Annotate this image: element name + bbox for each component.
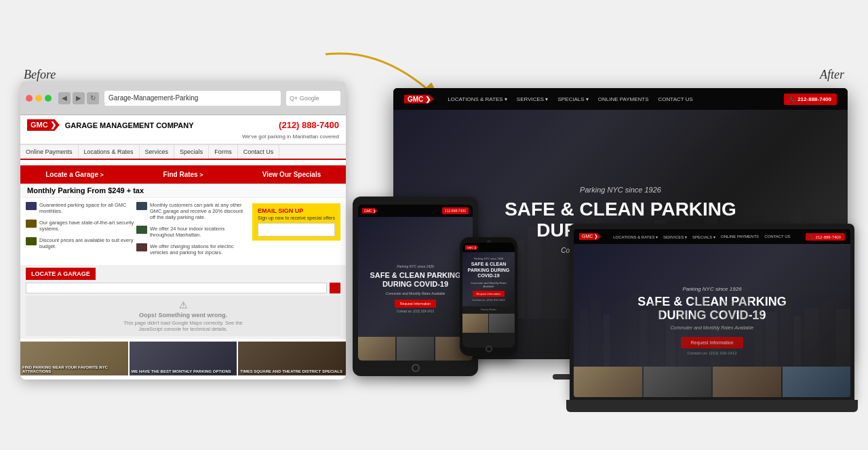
error-title: Oops! Something went wrong. — [139, 312, 227, 319]
phone-screen: GMC ❯ Parking NYC since 1926 SAFE & CLEA… — [462, 243, 515, 348]
laptop-base — [566, 400, 858, 412]
laptop-gmc-logo: GMC ❯ — [579, 233, 601, 240]
tablet-contact: Contact us: (212) 319-1412 — [397, 310, 434, 313]
find-rates-btn[interactable]: Find Rates — [129, 165, 237, 184]
ev-icon — [136, 243, 147, 251]
svg-rect-30 — [580, 309, 589, 370]
laptop-nav-pay: ONLINE PAYMENTS — [721, 234, 759, 239]
feature-text-4: Monthly customers can park at any other … — [150, 202, 247, 220]
nav-services[interactable]: SERVICES ▾ — [517, 96, 549, 102]
laptop-mockup: GMC ❯ LOCATIONS & RATES ▾ SERVICES ▾ SPE… — [570, 224, 854, 413]
laptop-skyline — [574, 289, 850, 370]
laptop-screen-frame: GMC ❯ LOCATIONS & RATES ▾ SERVICES ▾ SPE… — [570, 224, 854, 400]
svg-rect-40 — [711, 310, 720, 370]
old-features: Guaranteed parking space for all GMC mon… — [20, 198, 252, 265]
svg-rect-38 — [677, 308, 688, 370]
refresh-btn: ↻ — [87, 92, 99, 104]
feature-item-3: Discount prices are available to suit ev… — [26, 237, 136, 249]
promo-text-1: FIND PARKING NEAR YOUR FAVORITE NYC ATTR… — [22, 365, 126, 373]
laptop-nav-svc: SERVICES ▾ — [663, 234, 687, 239]
locate-garage-btn[interactable]: Locate a Garage — [20, 165, 129, 184]
svg-rect-43 — [754, 308, 763, 370]
tablet-nav: GMC ❯ 212-888-7400 — [358, 205, 473, 217]
phone-thumb-2 — [489, 314, 515, 333]
laptop-hero: Parking NYC since 1926 SAFE & CLEAN PARK… — [574, 244, 850, 397]
tablet-cta-btn[interactable]: Request Information — [395, 300, 436, 308]
laptop-nav-links: LOCATIONS & RATES ▾ SERVICES ▾ SPECIALS … — [613, 234, 800, 239]
nav-specials[interactable]: SPECIALS ▾ — [557, 96, 588, 102]
svg-rect-39 — [692, 297, 708, 370]
laptop-thumb-3 — [713, 367, 781, 397]
tablet-logo-arrow: GMC ❯ — [362, 208, 378, 213]
locate-bar[interactable]: LOCATE A GARAGE — [26, 268, 96, 280]
svg-rect-42 — [740, 292, 751, 370]
locate-submit-btn[interactable] — [330, 283, 340, 293]
new-nav: GMC ❯ LOCATIONS & RATES ▾ SERVICES ▾ SPE… — [393, 88, 848, 110]
old-nav-services[interactable]: Services — [140, 145, 175, 159]
dot-yellow — [35, 95, 42, 102]
svg-rect-49 — [836, 309, 850, 370]
new-logo-arrow: GMC ❯ — [404, 95, 434, 104]
nav-online-payments[interactable]: ONLINE PAYMENTS — [598, 96, 649, 102]
phone-icon — [136, 226, 147, 234]
browser-chrome: ◀ ▶ ↻ Garage-Management-Parking Q+ Googl… — [20, 81, 346, 115]
email-signup-title: EMAIL SIGN UP — [258, 207, 335, 214]
laptop-phone-btn: 📞 212-888-7400 — [806, 233, 845, 241]
old-nav: Online Payments Locations & Rates Servic… — [20, 144, 346, 160]
email-signup-input[interactable] — [258, 223, 335, 237]
laptop-inner: GMC ❯ LOCATIONS & RATES ▾ SERVICES ▾ SPE… — [574, 229, 850, 397]
hero-subtitle: Parking NYC since 1926 — [416, 186, 825, 194]
new-nav-links: LOCATIONS & RATES ▾ SERVICES ▾ SPECIALS … — [448, 96, 784, 102]
old-site-content: GMC ❯ GARAGE MANAGEMENT COMPANY (212) 88… — [20, 115, 346, 380]
feature-text-6: We offer charging stations for electric … — [150, 243, 247, 255]
multi-garage-icon — [136, 202, 147, 210]
nav-locations-rates[interactable]: LOCATIONS & RATES ▾ — [448, 96, 507, 102]
old-logo-arrow: GMC ❯ — [27, 119, 60, 131]
old-nav-locations-rates[interactable]: Locations & Rates — [79, 145, 140, 159]
old-monthly-banner: Monthly Parking From $249 + tax — [20, 184, 346, 198]
promo-text-2: WE HAVE THE BEST MONTHLY PARKING OPTIONS — [132, 369, 231, 373]
phone-contact: Contact us: (212) 319-1412 — [472, 298, 505, 302]
tablet-home-btn — [412, 364, 420, 372]
back-btn: ◀ — [58, 92, 71, 104]
phone-thumb-1 — [462, 314, 488, 333]
feature-text-2: Our garages have state-of-the-art securi… — [39, 220, 136, 232]
locate-input[interactable] — [26, 283, 327, 293]
error-icon: ⚠ — [179, 300, 188, 310]
tablet-thumb-2 — [397, 337, 434, 361]
promo-item-2: WE HAVE THE BEST MONTHLY PARKING OPTIONS — [130, 342, 237, 375]
old-tagline: We've got parking in Manhattan covered — [27, 134, 339, 140]
old-promo-row: FIND PARKING NEAR YOUR FAVORITE NYC ATTR… — [20, 342, 346, 375]
browser-nav-buttons: ◀ ▶ ↻ — [58, 92, 99, 104]
feature-col-left: Guaranteed parking space for all GMC mon… — [26, 202, 136, 261]
phone-thumbs — [462, 314, 515, 333]
old-logo-area: GMC ❯ GARAGE MANAGEMENT COMPANY — [27, 119, 194, 131]
map-error-area: ⚠ Oops! Something went wrong. This page … — [26, 295, 340, 336]
feature-item-1: Guaranteed parking space for all GMC mon… — [26, 202, 136, 214]
laptop-thumbs — [574, 367, 850, 397]
old-nav-contact[interactable]: Contact Us — [238, 145, 280, 159]
svg-rect-32 — [604, 314, 610, 370]
old-nav-online-payments[interactable]: Online Payments — [20, 145, 79, 159]
email-signup: EMAIL SIGN UP Sign up now to receive spe… — [252, 201, 340, 265]
old-buttons-row: Locate a Garage Find Rates View Our Spec… — [20, 165, 346, 184]
laptop-nav: GMC ❯ LOCATIONS & RATES ▾ SERVICES ▾ SPE… — [574, 229, 850, 244]
feature-item-4: Monthly customers can park at any other … — [136, 202, 247, 220]
tablet-screen: GMC ❯ 212-888-7400 Parking NYC since 192… — [358, 205, 473, 361]
svg-rect-33 — [613, 304, 625, 370]
old-nav-forms[interactable]: Forms — [209, 145, 238, 159]
laptop-thumb-1 — [574, 367, 642, 397]
new-phone-btn[interactable]: 📞 212-888-7400 — [784, 94, 837, 105]
phone-nav: GMC ❯ — [462, 243, 515, 252]
tablet-desc: Commuter and Monthly Rates Available — [386, 291, 446, 295]
laptop-logo-arrow: GMC ❯ — [579, 233, 601, 240]
phone-cta-btn[interactable]: Request Information — [473, 291, 504, 297]
svg-rect-35 — [639, 310, 648, 370]
view-specials-btn[interactable]: View Our Specials — [237, 165, 346, 184]
address-bar: Garage-Management-Parking — [104, 91, 281, 106]
old-nav-specials[interactable]: Specials — [174, 145, 209, 159]
nav-contact[interactable]: CONTACT US — [658, 96, 693, 102]
old-header-top: GMC ❯ GARAGE MANAGEMENT COMPANY (212) 88… — [27, 119, 339, 131]
svg-rect-34 — [628, 294, 637, 370]
laptop-nav-specials: SPECIALS ▾ — [692, 234, 715, 239]
